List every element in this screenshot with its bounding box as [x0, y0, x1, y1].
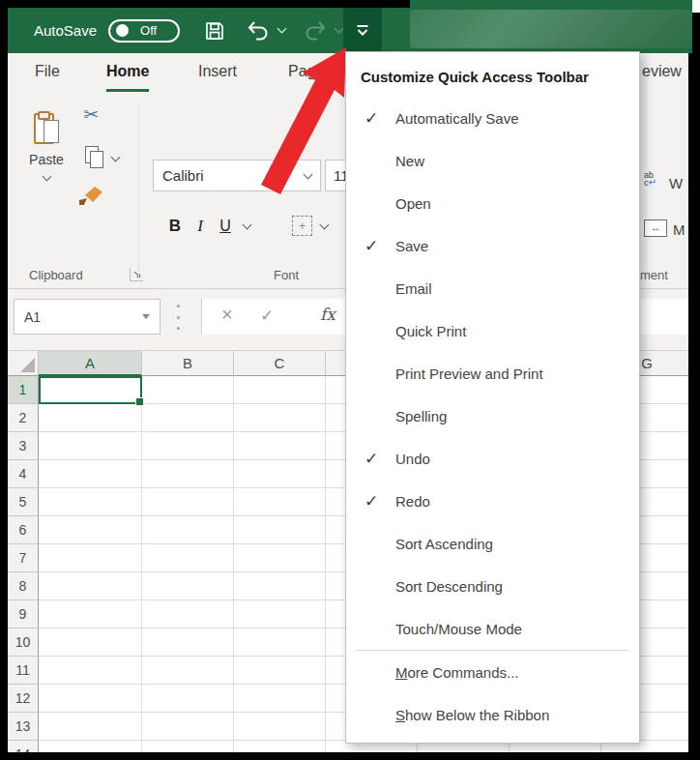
customize-quick-access-toolbar-button[interactable] [343, 8, 382, 53]
name-box-dropdown-icon[interactable] [142, 314, 150, 319]
cancel-icon[interactable]: × [221, 304, 233, 326]
grid-cell-C7[interactable] [234, 544, 326, 572]
grid-cell-B7[interactable] [142, 544, 234, 572]
grid-cell-A11[interactable] [39, 657, 142, 685]
grid-cell-A3[interactable] [39, 432, 142, 460]
grid-cell-C8[interactable] [234, 572, 326, 600]
grid-cell-C9[interactable] [234, 600, 326, 628]
menu-item-sort-ascending[interactable]: Sort Ascending [346, 522, 639, 565]
menu-item-automatically-save[interactable]: ✓Automatically Save [346, 97, 639, 139]
row-header-5[interactable]: 5 [8, 488, 39, 516]
autosave-toggle[interactable]: Off [108, 19, 180, 43]
grid-cell-B5[interactable] [142, 488, 234, 516]
grid-cell-C12[interactable] [234, 685, 326, 713]
copy-dropdown-chevron-icon[interactable] [111, 153, 121, 162]
clipboard-dialog-launcher-icon[interactable]: ↘ [130, 268, 143, 281]
undo-dropdown-chevron-icon[interactable] [277, 24, 287, 34]
column-header-C[interactable]: C [234, 351, 326, 376]
row-header-4[interactable]: 4 [8, 460, 39, 488]
grid-cell-A14[interactable] [39, 741, 142, 752]
underline-button[interactable]: U [213, 218, 238, 235]
row-header-8[interactable]: 8 [8, 572, 39, 600]
grid-cell-A4[interactable] [39, 460, 142, 488]
grid-cell-A8[interactable] [39, 572, 142, 600]
menu-item-sort-descending[interactable]: Sort Descending [346, 565, 639, 607]
fill-handle[interactable] [135, 397, 144, 406]
row-header-12[interactable]: 12 [8, 685, 39, 713]
select-all-button[interactable] [8, 351, 39, 376]
menu-item-open[interactable]: Open [346, 182, 639, 224]
row-header-1[interactable]: 1 [8, 376, 39, 404]
menu-item-print-preview-and-print[interactable]: Print Preview and Print [346, 352, 639, 395]
row-header-7[interactable]: 7 [8, 544, 39, 572]
paste-button[interactable]: Paste [19, 105, 73, 229]
format-painter-icon[interactable] [85, 187, 102, 202]
underline-dropdown-chevron-icon[interactable] [243, 220, 252, 230]
grid-cell-A6[interactable] [39, 516, 142, 544]
grid-cell-B1[interactable] [142, 376, 234, 404]
redo-button-disabled[interactable] [303, 18, 342, 44]
grid-cell-B12[interactable] [142, 685, 234, 713]
merge-center-icon[interactable]: ↔ [644, 219, 667, 237]
grid-cell-C13[interactable] [234, 713, 326, 741]
grid-cell-B2[interactable] [142, 404, 234, 432]
cut-scissors-icon[interactable]: ✂ [83, 103, 99, 126]
grid-cell-B14[interactable] [142, 741, 234, 752]
font-name-chevron-icon[interactable] [304, 169, 313, 179]
grid-cell-B3[interactable] [142, 432, 234, 460]
paste-dropdown-chevron-icon[interactable] [42, 172, 51, 182]
grid-cell-A9[interactable] [39, 600, 142, 628]
menu-item-email[interactable]: Email [346, 267, 639, 309]
grid-cell-C3[interactable] [234, 432, 326, 460]
menu-item-quick-print[interactable]: Quick Print [346, 309, 639, 352]
grid-cell-B4[interactable] [142, 460, 234, 488]
grid-cell-C5[interactable] [234, 488, 326, 516]
grid-cell-A1[interactable] [39, 376, 142, 404]
menu-item-new[interactable]: New [346, 139, 639, 182]
grid-cell-C10[interactable] [234, 628, 326, 657]
menu-item-redo[interactable]: ✓Redo [346, 480, 639, 522]
column-header-A[interactable]: A [39, 351, 142, 376]
tab-insert[interactable]: Insert [198, 63, 237, 80]
formula-bar-drag-handle[interactable] [176, 305, 180, 330]
grid-cell-C4[interactable] [234, 460, 326, 488]
save-button[interactable] [203, 19, 226, 43]
row-header-3[interactable]: 3 [8, 432, 39, 460]
menu-item-spelling[interactable]: Spelling [346, 395, 639, 437]
grid-cell-B10[interactable] [142, 628, 234, 657]
borders-button[interactable]: + [292, 216, 312, 236]
grid-cell-A2[interactable] [39, 404, 142, 432]
row-header-2[interactable]: 2 [8, 404, 39, 432]
tab-page-layout-fragment[interactable]: Pag [288, 63, 315, 80]
menu-item-more-commands[interactable]: More Commands... [346, 651, 639, 693]
grid-cell-C11[interactable] [234, 657, 326, 685]
bold-button[interactable]: B [162, 217, 188, 236]
copy-icon[interactable] [85, 146, 99, 163]
grid-cell-A10[interactable] [39, 628, 142, 657]
grid-cell-A7[interactable] [39, 544, 142, 572]
grid-cell-C14[interactable] [234, 741, 326, 752]
grid-cell-B11[interactable] [142, 657, 234, 685]
grid-cell-C1[interactable] [234, 376, 326, 404]
row-header-6[interactable]: 6 [8, 516, 39, 544]
grid-cell-A13[interactable] [39, 713, 142, 741]
grid-cell-C6[interactable] [234, 516, 326, 544]
grid-cell-B9[interactable] [142, 600, 234, 628]
name-box[interactable]: A1 [14, 299, 160, 335]
tab-file[interactable]: File [35, 63, 60, 80]
grid-cell-B13[interactable] [142, 713, 234, 741]
borders-dropdown-chevron-icon[interactable] [320, 220, 330, 230]
menu-item-undo[interactable]: ✓Undo [346, 437, 639, 480]
row-header-13[interactable]: 13 [8, 713, 39, 741]
grid-cell-C2[interactable] [234, 404, 326, 432]
row-header-14[interactable]: 14 [8, 741, 39, 752]
grid-cell-A5[interactable] [39, 488, 142, 516]
column-header-B[interactable]: B [142, 351, 234, 376]
row-header-10[interactable]: 10 [8, 628, 39, 657]
wrap-text-icon[interactable]: ab c↵ [644, 171, 663, 187]
menu-item-save[interactable]: ✓Save [346, 224, 639, 267]
enter-icon[interactable]: ✓ [260, 306, 274, 325]
row-header-11[interactable]: 11 [8, 657, 39, 685]
tab-home[interactable]: Home [106, 63, 149, 92]
grid-cell-B6[interactable] [142, 516, 234, 544]
